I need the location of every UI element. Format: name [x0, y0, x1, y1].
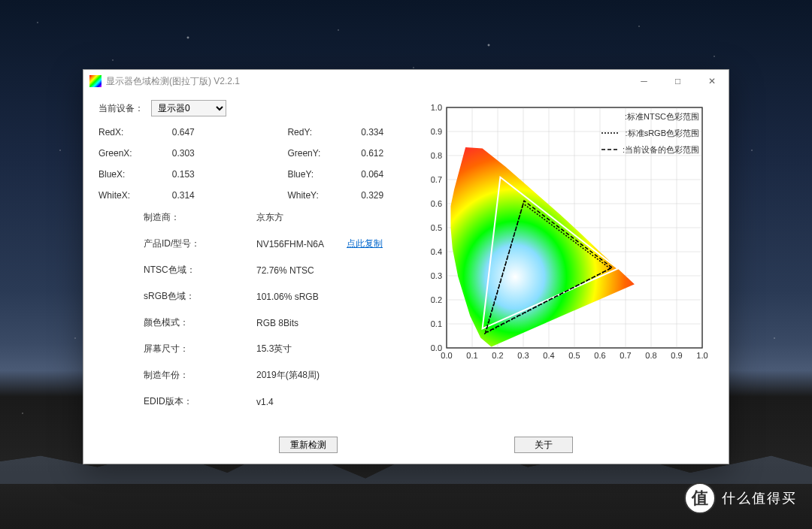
ntsc-value: 72.76% NTSC [256, 265, 403, 276]
svg-text:0.1: 0.1 [431, 319, 442, 328]
svg-text:0.7: 0.7 [431, 175, 442, 184]
redy-value: 0.334 [361, 127, 403, 138]
svg-text:0.1: 0.1 [466, 351, 477, 360]
svg-text:0.3: 0.3 [517, 351, 529, 360]
ntsc-label: NTSC色域： [144, 264, 256, 277]
device-select[interactable]: 显示器0 [151, 100, 226, 116]
greeny-label: GreenY: [287, 148, 361, 159]
svg-text:0.9: 0.9 [431, 127, 442, 136]
redetect-button[interactable]: 重新检测 [279, 437, 338, 453]
srgb-label: sRGB色域： [144, 290, 256, 303]
product-label: 产品ID/型号： [144, 237, 256, 250]
srgb-value: 101.06% sRGB [256, 292, 403, 302]
maximize-button[interactable]: □ [661, 70, 695, 92]
product-value: NV156FHM-N6A [256, 239, 324, 249]
app-window: 显示器色域检测(图拉丁版) V2.2.1 ─ □ ✕ 当前设备： 显示器0 Re… [83, 69, 729, 464]
edid-label: EDID版本： [144, 395, 256, 408]
svg-text:0.3: 0.3 [431, 271, 442, 280]
window-title: 显示器色域检测(图拉丁版) V2.2.1 [106, 75, 240, 88]
bluex-label: BlueX: [98, 169, 172, 180]
left-panel: 当前设备： 显示器0 RedX: 0.647 RedY: 0.334 Green… [83, 92, 418, 464]
manufacturer-label: 制造商： [144, 211, 256, 224]
device-label: 当前设备： [98, 102, 144, 115]
whitex-value: 0.314 [172, 190, 288, 201]
svg-text:0.0: 0.0 [431, 343, 442, 352]
svg-text::当前设备的色彩范围: :当前设备的色彩范围 [623, 145, 699, 154]
close-button[interactable]: ✕ [695, 70, 729, 92]
greenx-label: GreenX: [98, 148, 172, 159]
app-icon [89, 75, 102, 87]
svg-text::标准NTSC色彩范围: :标准NTSC色彩范围 [625, 112, 699, 121]
year-label: 制造年份： [144, 369, 256, 382]
minimize-button[interactable]: ─ [627, 70, 661, 92]
bluex-value: 0.153 [172, 169, 288, 180]
svg-text:1.0: 1.0 [696, 351, 707, 360]
svg-text:0.4: 0.4 [431, 247, 442, 256]
bluey-value: 0.064 [361, 169, 403, 180]
bluey-label: BlueY: [287, 169, 361, 180]
svg-text:0.8: 0.8 [431, 151, 442, 160]
whitex-label: WhiteX: [98, 190, 172, 201]
svg-text:0.2: 0.2 [492, 351, 503, 360]
greenx-value: 0.303 [172, 148, 288, 159]
screen-value: 15.3英寸 [256, 343, 403, 355]
whitey-label: WhiteY: [287, 190, 361, 201]
color-mode-value: RGB 8Bits [256, 318, 403, 328]
greeny-value: 0.612 [361, 148, 403, 159]
watermark-text: 什么值得买 [722, 489, 797, 507]
redy-label: RedY: [287, 127, 361, 138]
svg-text:0.2: 0.2 [431, 295, 442, 304]
titlebar[interactable]: 显示器色域检测(图拉丁版) V2.2.1 ─ □ ✕ [83, 70, 729, 92]
right-panel: 0.00.10.20.30.40.50.60.70.80.91.00.00.10… [418, 92, 729, 464]
about-button[interactable]: 关于 [514, 437, 573, 453]
screen-label: 屏幕尺寸： [144, 343, 256, 355]
svg-text:0.4: 0.4 [543, 351, 554, 360]
manufacturer-value: 京东方 [256, 211, 403, 224]
svg-text:0.6: 0.6 [431, 199, 442, 208]
redx-label: RedX: [98, 127, 172, 138]
edid-value: v1.4 [256, 397, 403, 407]
whitey-value: 0.329 [361, 190, 403, 201]
svg-text::标准sRGB色彩范围: :标准sRGB色彩范围 [626, 128, 699, 138]
year-value: 2019年(第48周) [256, 369, 403, 382]
svg-text:0.7: 0.7 [620, 351, 631, 360]
copy-link[interactable]: 点此复制 [347, 237, 383, 250]
svg-text:0.5: 0.5 [431, 223, 442, 232]
svg-text:0.5: 0.5 [568, 351, 580, 360]
svg-text:0.9: 0.9 [671, 351, 682, 360]
svg-text:1.0: 1.0 [431, 103, 442, 112]
redx-value: 0.647 [172, 127, 288, 138]
svg-text:0.0: 0.0 [441, 351, 452, 360]
svg-text:0.8: 0.8 [645, 351, 656, 360]
cie-chart: 0.00.10.20.30.40.50.60.70.80.91.00.00.10… [418, 100, 711, 363]
svg-text:0.6: 0.6 [594, 351, 605, 360]
watermark-badge: 值 什么值得买 [684, 482, 797, 514]
color-mode-label: 颜色模式： [144, 316, 256, 329]
watermark-icon: 值 [684, 482, 716, 514]
